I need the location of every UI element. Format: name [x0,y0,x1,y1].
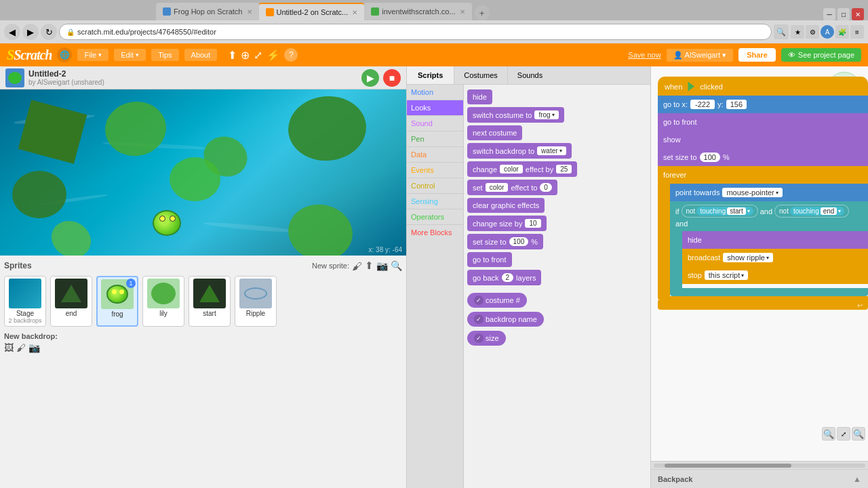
block-set-color[interactable]: set color effect to 0 [467,180,557,195]
user-profile-icon[interactable]: A [821,25,834,39]
about-menu[interactable]: About [184,49,218,61]
sprite-label-end: end [66,310,77,317]
tips-menu[interactable]: Tips [151,49,178,61]
scratch-logo[interactable]: SScratch [7,47,52,63]
search-icon[interactable]: 🔍 [774,24,789,39]
block-costume-num[interactable]: ✓ costume # [467,293,527,308]
block-set-size[interactable]: set size to 100 % [467,234,543,249]
backdrop-paint-icon[interactable]: 🖌 [16,342,26,353]
scrollbar-track[interactable] [654,464,865,468]
tab-scripts[interactable]: Scripts [407,66,454,84]
block-script-go-to-front[interactable]: go to front [658,113,868,131]
file-menu[interactable]: File▾ [77,49,108,61]
stop-btn[interactable]: ■ [383,69,401,87]
copy-icon[interactable]: ⊕ [241,49,250,62]
block-size[interactable]: ✓ size [467,331,506,346]
project-thumbnail [5,68,24,87]
backdrop-image-icon[interactable]: 🖼 [4,342,14,353]
backpack-bar[interactable]: Backpack ▲ [651,469,868,488]
save-now-btn[interactable]: Save now [628,51,660,59]
eye-icon: 👁 [788,51,795,59]
new-tab-button[interactable]: + [475,5,490,20]
category-pen[interactable]: Pen [407,131,463,147]
zoom-fit-btn[interactable]: ⤢ [837,427,850,441]
paint-sprite-icon[interactable]: 🖌 [352,260,362,272]
tab-costumes[interactable]: Costumes [454,66,508,84]
block-broadcast[interactable]: broadcast show ripple ▾ [682,249,868,266]
edit-menu[interactable]: Edit▾ [114,49,146,61]
block-if-hide[interactable]: hide [682,231,868,249]
block-point-towards[interactable]: point towards mouse-pointer ▾ [670,184,868,201]
browser-minimize-btn[interactable]: ─ [823,8,835,20]
block-stop[interactable]: stop this script ▾ [682,266,868,284]
block-change-size[interactable]: change size by 10 [467,216,547,231]
zoom-in-btn[interactable]: 🔍 [852,427,865,441]
share-btn[interactable]: Share [738,48,776,62]
extensions-icon[interactable]: 🧩 [835,25,849,39]
tab-sounds[interactable]: Sounds [508,66,552,84]
zoom-out-btn[interactable]: 🔍 [822,427,835,441]
category-sensing[interactable]: Sensing [407,194,463,209]
backpack-arrow-icon[interactable]: ▲ [853,474,861,484]
block-backdrop-name[interactable]: ✓ backdrop name [467,312,544,327]
category-more-blocks[interactable]: More Blocks [407,225,463,240]
scrollbar-thumb[interactable] [665,464,791,468]
category-data[interactable]: Data [407,147,463,163]
frog-sprite[interactable] [153,210,181,236]
block-hide[interactable]: hide [467,89,492,104]
tab-frog-hop-close[interactable]: ✕ [247,8,252,16]
sprite-item-end[interactable]: end [50,276,92,327]
tab-untitled-close[interactable]: ✕ [352,9,357,16]
category-looks[interactable]: Looks [407,100,463,116]
browser-close-btn[interactable]: ✕ [852,8,864,20]
bookmark-icon[interactable]: ★ [791,25,804,39]
tab-inventwith-close[interactable]: ✕ [460,8,465,16]
reload-btn[interactable]: ↻ [41,24,57,40]
forward-btn[interactable]: ▶ [22,24,39,40]
upload-icon[interactable]: ⬆ [228,49,237,62]
help-icon[interactable]: ? [284,48,298,62]
block-next-costume[interactable]: next costume [467,125,522,140]
block-script-show[interactable]: show [658,131,868,148]
block-change-color[interactable]: change color effect by 25 [467,161,577,177]
category-sound[interactable]: Sound [407,116,463,131]
camera-sprite-icon[interactable]: 📷 [376,260,388,271]
green-flag-btn[interactable]: ▶ [361,69,379,87]
block-forever-header[interactable]: forever [658,166,868,184]
backdrop-camera-icon[interactable]: 📷 [28,342,40,353]
block-go-back[interactable]: go back 2 layers [467,270,541,285]
block-if-header[interactable]: if not touching start ▾ and not [670,201,868,231]
block-goto-xy[interactable]: go to x: -222 y: 156 [658,96,868,113]
tab-untitled[interactable]: Untitled-2 on Scratc... ✕ [259,3,365,20]
scripts-canvas[interactable]: x: 13 y: -48 when clicked go [651,66,868,461]
block-go-to-front[interactable]: go to front [467,252,512,267]
category-events[interactable]: Events [407,163,463,178]
block-script-set-size[interactable]: set size to 100 % [658,148,868,166]
search-sprite-icon[interactable]: 🔍 [391,260,402,271]
fullscreen-icon[interactable]: ⤢ [254,49,262,62]
sprite-item-stage[interactable]: Stage 2 backdrops [4,276,46,327]
block-switch-backdrop[interactable]: switch backdrop to water ▾ [467,143,572,159]
tab-frog-hop[interactable]: Frog Hop on Scratch ✕ [156,3,259,20]
turbo-icon[interactable]: ⚡ [267,49,280,62]
sprite-item-lily[interactable]: lily [142,276,184,327]
browser-maximize-btn[interactable]: □ [837,8,850,20]
sprite-item-frog[interactable]: 1 frog [96,276,138,327]
sprite-item-start[interactable]: start [189,276,231,327]
sprite-item-ripple[interactable]: Ripple [235,276,277,327]
category-motion[interactable]: Motion [407,85,463,100]
tab-inventwith[interactable]: inventwithscratch.co... ✕ [364,3,471,20]
upload-sprite-icon[interactable]: ⬆ [365,260,374,272]
see-project-btn[interactable]: 👁 See project page [781,48,861,62]
address-bar[interactable]: 🔒 scratch.mit.edu/projects/47648550/#edi… [59,24,772,40]
user-account-btn[interactable]: 👤 AlSweigart ▾ [667,49,734,62]
category-operators[interactable]: Operators [407,209,463,225]
block-when-flag[interactable]: when clicked [658,77,868,96]
block-clear-effects[interactable]: clear graphic effects [467,198,545,213]
category-control[interactable]: Control [407,178,463,194]
settings-icon[interactable]: ⚙ [806,25,819,39]
back-btn[interactable]: ◀ [4,24,20,40]
block-switch-costume[interactable]: switch costume to frog ▾ [467,107,564,123]
script-scrollbar[interactable] [651,461,868,469]
menu-icon[interactable]: ≡ [850,25,864,39]
